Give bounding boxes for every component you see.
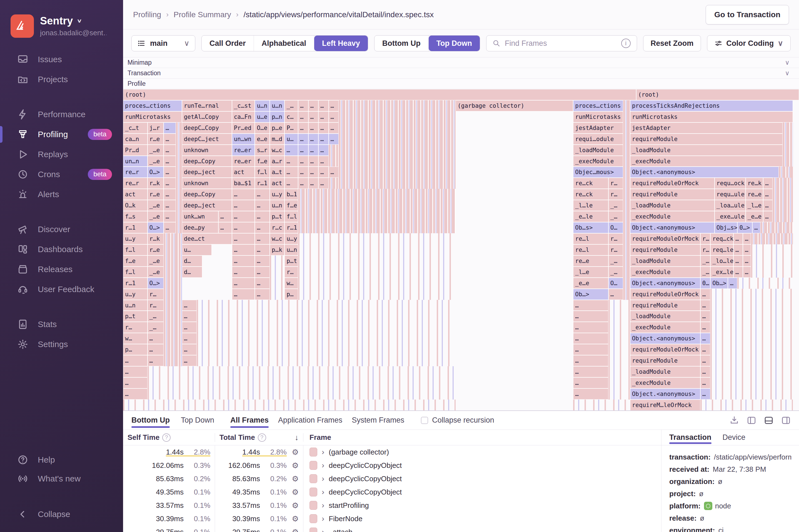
flame-cell[interactable]: _e…e: [573, 278, 609, 289]
flame-cell[interactable]: deep…Copy: [182, 156, 232, 167]
flame-cell[interactable]: _loadModule: [573, 145, 623, 156]
flame-cell[interactable]: act: [270, 178, 285, 189]
flame-cell[interactable]: Obj…s>: [714, 222, 738, 233]
flame-cell[interactable]: …: [743, 244, 751, 255]
dock-bottom-icon[interactable]: [764, 416, 774, 425]
flame-cell[interactable]: a…t: [270, 167, 285, 178]
flame-cell[interactable]: …: [309, 111, 318, 122]
flame-cell[interactable]: …: [164, 145, 176, 156]
self-time-header[interactable]: Self Time ?: [123, 433, 215, 442]
flame-cell[interactable]: re…r: [123, 167, 148, 178]
flame-cell[interactable]: Ob…>: [710, 278, 728, 289]
sidebar-item-dashboards[interactable]: Dashboards: [0, 239, 123, 259]
flame-cell[interactable]: _c…st: [232, 100, 255, 111]
flame-cell[interactable]: u…y: [123, 289, 148, 300]
table-row[interactable]: 29.75ms0.1%29.75ms0.1%⚙›_attach: [123, 525, 661, 532]
flame-cell[interactable]: …: [318, 156, 328, 167]
flame-cell[interactable]: _…: [284, 100, 298, 111]
flame-cell[interactable]: p…n: [270, 111, 285, 122]
flame-cell[interactable]: runTe…rnal: [182, 100, 232, 111]
direction-bottom-up[interactable]: Bottom Up: [374, 36, 429, 51]
flame-cell[interactable]: act: [123, 189, 148, 200]
download-icon[interactable]: [729, 416, 739, 425]
flame-cell[interactable]: …: [182, 355, 197, 366]
table-row[interactable]: 1.44s2.8%1.44s2.8%⚙›(garbage collector): [123, 445, 661, 459]
expand-chevron-icon[interactable]: ›: [322, 514, 324, 523]
flame-cell[interactable]: r…1: [123, 222, 148, 233]
flame-cell[interactable]: _l…e: [573, 267, 609, 278]
flame-cell[interactable]: requireModule: [630, 244, 700, 255]
sort-left-heavy[interactable]: Left Heavy: [314, 36, 368, 51]
flame-cell[interactable]: deepC…Copy: [182, 122, 232, 134]
flame-cell[interactable]: …: [700, 333, 710, 344]
flame-cell[interactable]: unknown: [182, 178, 232, 189]
flame-cell[interactable]: r…1: [123, 278, 148, 289]
flame-cell[interactable]: p…t: [123, 311, 148, 322]
flame-cell[interactable]: r…c: [270, 222, 285, 233]
flame-cell[interactable]: re…r: [123, 178, 148, 189]
flame-cell[interactable]: requ…ule: [714, 189, 746, 200]
flame-cell[interactable]: (root): [123, 89, 636, 100]
flame-cell[interactable]: proces…ctions: [123, 100, 182, 111]
flame-cell[interactable]: …: [763, 211, 773, 222]
gear-icon[interactable]: ⚙: [292, 448, 299, 457]
sort-alphabetical[interactable]: Alphabetical: [254, 36, 315, 51]
flame-cell[interactable]: un…n: [123, 156, 148, 167]
flame-cell[interactable]: processTicksAndRejections: [630, 100, 793, 111]
table-row[interactable]: 162.06ms0.3%162.06ms0.3%⚙›deepCyclicCopy…: [123, 459, 661, 472]
flame-cell[interactable]: s…r: [255, 145, 270, 156]
flame-cell[interactable]: _execModule: [573, 156, 623, 167]
flame-cell[interactable]: …: [318, 134, 328, 145]
flame-cell[interactable]: _loadModule: [630, 145, 783, 156]
flame-cell[interactable]: _e…le: [573, 211, 609, 222]
flame-cell[interactable]: requireModule: [630, 189, 714, 200]
flame-cell[interactable]: r…: [700, 233, 710, 244]
flame-cell[interactable]: requireModule: [630, 300, 700, 311]
flame-cell[interactable]: r…: [148, 300, 164, 311]
flame-cell[interactable]: u…n: [255, 100, 270, 111]
flame-cell[interactable]: _loadModule: [630, 255, 700, 267]
tab-all-frames[interactable]: All Frames: [230, 411, 268, 430]
flame-cell[interactable]: …: [743, 255, 751, 267]
flame-cell[interactable]: …: [700, 300, 710, 311]
flame-cell[interactable]: _l…le: [573, 200, 609, 211]
flame-cell[interactable]: …: [148, 355, 164, 366]
flame-cell[interactable]: _…: [148, 311, 164, 322]
flame-cell[interactable]: _…e: [148, 200, 164, 211]
expand-chevron-icon[interactable]: ›: [322, 488, 324, 496]
flame-cell[interactable]: act: [232, 167, 255, 178]
flame-cell[interactable]: r…k: [148, 233, 164, 244]
flame-cell[interactable]: …: [255, 200, 270, 211]
flame-cell[interactable]: unk…wn: [182, 211, 218, 222]
flame-cell[interactable]: …: [573, 344, 609, 355]
flame-cell[interactable]: unknown: [182, 145, 232, 156]
org-switcher[interactable]: Sentry∨ jonas.badalic@sent…: [0, 0, 123, 46]
flame-cell[interactable]: u…y: [270, 189, 285, 200]
flame-cell[interactable]: …: [700, 355, 710, 366]
flame-cell[interactable]: …: [284, 167, 298, 178]
flame-cell[interactable]: …: [733, 244, 743, 255]
flame-cell[interactable]: u…n: [270, 200, 285, 211]
flame-cell[interactable]: _loadModule: [630, 311, 700, 322]
flame-cell[interactable]: Objec…mous>: [573, 167, 623, 178]
flame-cell[interactable]: P…: [284, 122, 298, 134]
flame-cell[interactable]: re…ck: [573, 178, 609, 189]
flame-cell[interactable]: r…: [609, 189, 624, 200]
flame-cell[interactable]: …: [298, 111, 308, 122]
profile-section-header[interactable]: Profile: [123, 78, 799, 89]
flame-cell[interactable]: _…e: [148, 156, 164, 167]
flame-cell[interactable]: _…: [148, 322, 164, 333]
flame-cell[interactable]: …: [182, 300, 197, 311]
flame-cell[interactable]: …: [752, 222, 760, 233]
flame-cell[interactable]: …: [232, 255, 255, 267]
flame-cell[interactable]: dee…ct: [182, 233, 232, 244]
flame-cell[interactable]: requireM…leOrMock: [630, 400, 700, 411]
flame-cell[interactable]: deep…Copy: [182, 189, 232, 200]
flame-cell[interactable]: p…: [123, 344, 148, 355]
flame-cell[interactable]: …: [148, 344, 164, 355]
flame-cell[interactable]: u…n: [284, 244, 298, 255]
flame-cell[interactable]: p…e: [270, 122, 285, 134]
flame-cell[interactable]: p…k: [270, 244, 285, 255]
flame-cell[interactable]: …: [573, 300, 609, 311]
flame-cell[interactable]: Object.<anonymous>: [630, 222, 714, 233]
